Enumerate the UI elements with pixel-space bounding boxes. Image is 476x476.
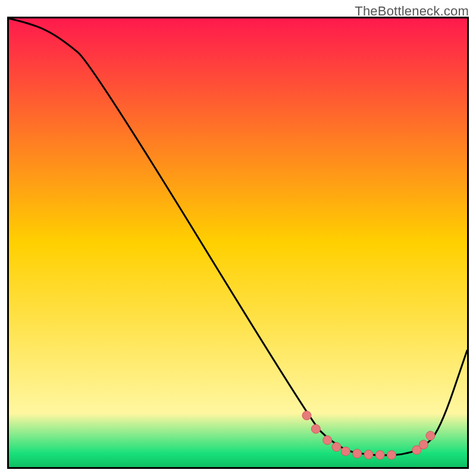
highlight-dot xyxy=(375,450,384,459)
highlight-dot xyxy=(419,440,428,449)
highlight-dot xyxy=(387,450,396,459)
highlight-dot xyxy=(426,431,435,440)
highlight-dot xyxy=(364,450,373,459)
watermark-label: TheBottleneck.com xyxy=(355,4,469,19)
highlight-dot xyxy=(332,443,341,452)
highlight-dot xyxy=(353,449,362,458)
highlight-dot xyxy=(302,411,311,420)
plot-area xyxy=(9,18,467,467)
chart-svg xyxy=(9,18,467,467)
plot-frame xyxy=(7,17,469,469)
highlight-dot xyxy=(323,436,332,444)
gradient-background xyxy=(9,18,467,467)
chart-root: TheBottleneck.com xyxy=(0,0,476,476)
highlight-dot xyxy=(341,447,350,456)
highlight-dot xyxy=(311,424,320,433)
